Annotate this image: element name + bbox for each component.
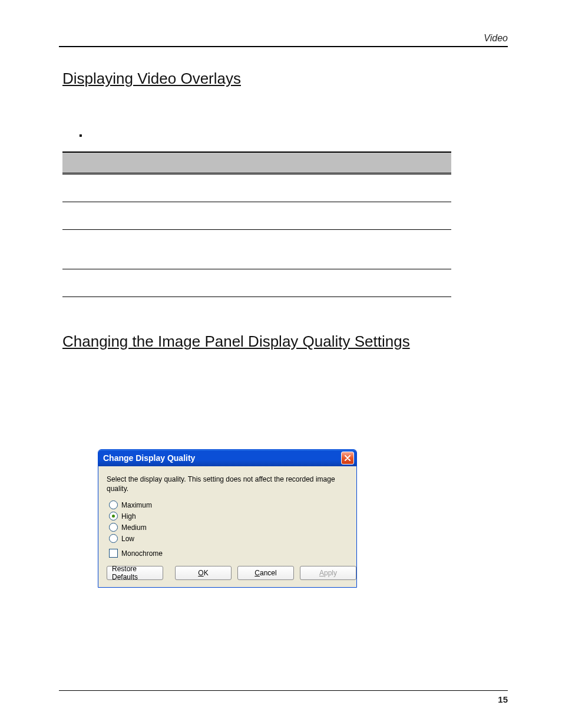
bullet-item: ▪	[79, 130, 508, 141]
radio-option-medium[interactable]: Medium	[109, 523, 348, 532]
page: Video Displaying Video Overlays ▪ Changi…	[0, 0, 562, 728]
table-header-cell	[62, 152, 164, 174]
radio-icon	[109, 500, 118, 509]
restore-defaults-button[interactable]: Restore Defaults	[107, 566, 163, 580]
close-button[interactable]	[341, 452, 354, 465]
dialog-body: Select the display quality. This setting…	[98, 466, 356, 587]
button-label: Restore Defaults	[112, 565, 158, 581]
close-icon	[345, 455, 351, 461]
radio-option-high[interactable]: High	[109, 512, 348, 521]
overlay-table	[62, 151, 451, 297]
table-row	[62, 174, 451, 202]
radio-label: Maximum	[121, 501, 152, 509]
table-row	[62, 230, 451, 269]
section-heading-overlays: Displaying Video Overlays	[62, 70, 508, 88]
page-header: Video	[59, 33, 508, 47]
header-section-label: Video	[484, 33, 508, 44]
page-number: 15	[498, 694, 508, 704]
radio-option-maximum[interactable]: Maximum	[109, 500, 348, 509]
dialog-button-row: Restore Defaults OK Cancel Apply	[107, 566, 348, 580]
page-footer: 15	[59, 690, 508, 704]
table-row	[62, 202, 451, 230]
radio-icon	[109, 534, 118, 543]
section-heading-quality: Changing the Image Panel Display Quality…	[62, 332, 508, 351]
radio-label: Medium	[121, 523, 147, 532]
dialog-titlebar[interactable]: Change Display Quality	[98, 450, 356, 466]
radio-label: High	[121, 512, 136, 521]
button-label: Cancel	[254, 569, 276, 577]
checkbox-label: Monochrome	[121, 549, 163, 558]
cancel-button[interactable]: Cancel	[237, 566, 294, 580]
dialog-description: Select the display quality. This setting…	[107, 475, 348, 493]
change-display-quality-dialog: Change Display Quality Select the displa…	[98, 449, 357, 588]
button-label: OK	[198, 569, 208, 577]
radio-icon	[109, 523, 118, 532]
radio-icon	[109, 512, 118, 521]
table-header-cell	[164, 152, 451, 174]
checkbox-monochrome[interactable]: Monochrome	[109, 549, 348, 558]
button-label: Apply	[319, 569, 337, 577]
table-row	[62, 269, 451, 297]
table-header-row	[62, 152, 451, 174]
apply-button: Apply	[300, 566, 356, 580]
radio-option-low[interactable]: Low	[109, 534, 348, 543]
radio-label: Low	[121, 535, 134, 543]
dialog-title: Change Display Quality	[103, 453, 195, 463]
ok-button[interactable]: OK	[175, 566, 232, 580]
checkbox-icon	[109, 549, 118, 558]
